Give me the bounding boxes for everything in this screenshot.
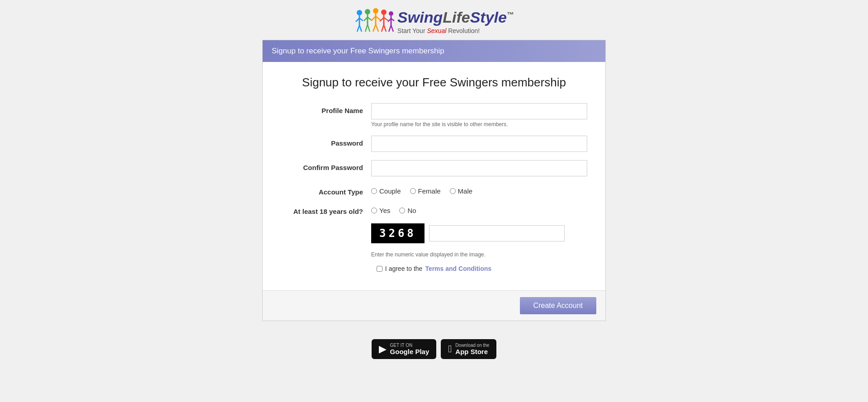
password-group <box>371 136 587 152</box>
create-account-button[interactable]: Create Account <box>520 297 596 314</box>
logo-area: SwingLifeStyle™ Start Your Sexual Revolu… <box>354 0 514 40</box>
logo-tagline: Start Your Sexual Revolution! <box>397 27 480 34</box>
svg-point-12 <box>373 8 378 14</box>
confirm-password-input[interactable] <box>371 160 587 176</box>
profile-name-group: Your profile name for the site is visibl… <box>371 103 587 128</box>
svg-line-17 <box>376 24 378 32</box>
age-row: At least 18 years old? Yes No <box>281 204 587 215</box>
password-input[interactable] <box>371 136 587 152</box>
svg-line-10 <box>365 24 368 32</box>
terms-link[interactable]: Terms and Conditions <box>425 265 491 272</box>
account-type-female[interactable]: Female <box>410 187 441 195</box>
age-no-radio[interactable] <box>399 208 405 213</box>
captcha-hint: Enter the numeric value displayed in the… <box>371 251 486 258</box>
account-type-female-radio[interactable] <box>410 188 416 194</box>
profile-name-hint: Your profile name for the site is visibl… <box>371 121 587 128</box>
svg-line-5 <box>359 25 362 32</box>
svg-line-11 <box>368 24 370 32</box>
confirm-password-row: Confirm Password <box>281 160 587 176</box>
svg-point-18 <box>381 9 387 15</box>
google-play-button[interactable]: ▶ GET IT ON Google Play <box>372 339 437 359</box>
terms-checkbox[interactable] <box>377 266 382 272</box>
password-row: Password <box>281 136 587 152</box>
app-store-sub: Download on the <box>455 343 489 348</box>
profile-name-label: Profile Name <box>281 103 371 114</box>
account-type-label: Account Type <box>281 184 371 196</box>
confirm-password-label: Confirm Password <box>281 160 371 171</box>
age-yes[interactable]: Yes <box>371 207 390 214</box>
account-type-group: Couple Female Male <box>371 184 587 195</box>
captcha-input[interactable] <box>429 225 565 241</box>
captcha-hint-row: Enter the numeric value displayed in the… <box>281 251 587 258</box>
age-yes-radio[interactable] <box>371 208 377 213</box>
site-logo: SwingLifeStyle™ Start Your Sexual Revolu… <box>354 8 514 35</box>
google-play-sub: GET IT ON <box>390 343 429 348</box>
account-type-male-radio[interactable] <box>450 188 456 194</box>
svg-line-28 <box>389 25 391 32</box>
svg-point-24 <box>389 11 393 16</box>
svg-line-4 <box>357 25 359 32</box>
form-area: Signup to receive your Free Swingers mem… <box>263 62 605 290</box>
header-text: Signup to receive your Free Swingers mem… <box>272 47 444 55</box>
svg-line-23 <box>384 25 386 32</box>
google-play-name: Google Play <box>390 348 429 355</box>
google-play-text: GET IT ON Google Play <box>390 343 429 355</box>
svg-point-6 <box>365 9 370 14</box>
age-label: At least 18 years old? <box>281 204 371 215</box>
confirm-password-group <box>371 160 587 176</box>
account-type-radio-group: Couple Female Male <box>371 184 587 195</box>
terms-row: I agree to the Terms and Conditions <box>281 265 587 272</box>
password-label: Password <box>281 136 371 147</box>
google-play-icon: ▶ <box>379 343 387 355</box>
form-title: Signup to receive your Free Swingers mem… <box>281 76 587 90</box>
svg-line-22 <box>382 25 384 32</box>
brand-name: SwingLifeStyle™ <box>397 9 514 26</box>
svg-point-0 <box>357 10 362 15</box>
svg-line-16 <box>373 24 376 32</box>
svg-line-29 <box>391 25 393 32</box>
account-type-male[interactable]: Male <box>450 187 473 195</box>
page-header-bar: Signup to receive your Free Swingers mem… <box>263 40 605 62</box>
captcha-row: 3268 <box>281 223 587 243</box>
form-footer: Create Account <box>263 290 605 321</box>
brand-text: SwingLifeStyle™ Start Your Sexual Revolu… <box>397 9 514 34</box>
account-type-row: Account Type Couple Female Male <box>281 184 587 196</box>
age-radio-group: Yes No <box>371 204 587 214</box>
app-store-buttons: ▶ GET IT ON Google Play  Download on th… <box>372 339 497 359</box>
account-type-couple-radio[interactable] <box>371 188 377 194</box>
profile-name-row: Profile Name Your profile name for the s… <box>281 103 587 128</box>
age-no[interactable]: No <box>399 207 416 214</box>
apple-icon:  <box>448 343 452 355</box>
app-store-button[interactable]:  Download on the App Store <box>441 339 496 359</box>
age-group: Yes No <box>371 204 587 214</box>
signup-container: Signup to receive your Free Swingers mem… <box>262 40 606 321</box>
captcha-image: 3268 <box>371 223 425 243</box>
logo-figures-icon <box>354 8 395 35</box>
profile-name-input[interactable] <box>371 103 587 119</box>
app-store-name: App Store <box>455 348 489 355</box>
app-store-text: Download on the App Store <box>455 343 489 355</box>
account-type-couple[interactable]: Couple <box>371 187 401 195</box>
terms-text: I agree to the <box>385 265 423 272</box>
